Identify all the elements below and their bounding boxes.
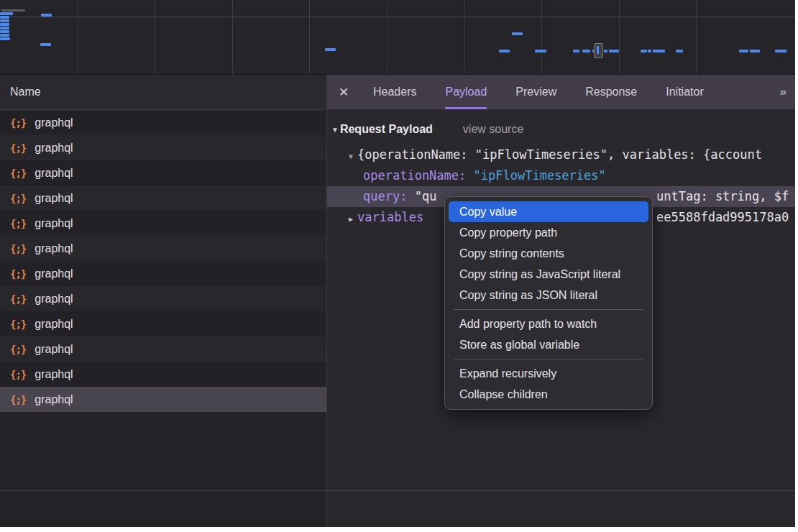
property-key: operationName: <box>363 168 466 183</box>
context-menu-item[interactable]: Add property path to watch <box>449 313 648 334</box>
network-request-row[interactable]: {;} graphql <box>0 236 326 261</box>
request-list-panel: Name {;} graphql {;} graphql {;} graphql… <box>0 74 326 527</box>
context-menu-item[interactable]: Copy string contents <box>449 243 648 264</box>
overview-bar <box>40 43 51 46</box>
details-tabs: HeadersPayloadPreviewResponseInitiator <box>373 75 704 109</box>
network-request-row[interactable]: {;} graphql <box>0 311 326 336</box>
overview-bar <box>604 50 607 52</box>
request-name-label: graphql <box>35 192 73 205</box>
network-request-row[interactable]: {;} graphql <box>0 110 326 135</box>
overview-bar <box>0 37 10 40</box>
overview-bar <box>739 50 748 52</box>
overview-bar <box>535 50 546 52</box>
overview-vertical-gridline <box>387 0 387 74</box>
property-value-right-fragment: ee5588fdad995178a0 <box>656 207 789 228</box>
overview-horizontal-gridline <box>0 17 795 17</box>
context-menu-item[interactable]: Copy value <box>449 201 648 222</box>
network-request-row[interactable]: {;} graphql <box>0 185 326 211</box>
overview-bar <box>0 12 13 15</box>
json-icon: {;} <box>10 117 26 129</box>
context-menu-item[interactable]: Collapse children <box>449 384 648 405</box>
close-icon[interactable]: ✕ <box>327 75 360 109</box>
network-overview[interactable] <box>0 0 795 75</box>
request-payload-header: ▼ Request Payload view source <box>331 119 795 140</box>
overview-bar <box>0 16 9 19</box>
json-icon: {;} <box>10 168 26 179</box>
context-menu-item[interactable]: Copy string as JSON literal <box>449 285 648 306</box>
json-icon: {;} <box>10 142 26 154</box>
json-icon: {;} <box>10 344 26 355</box>
context-menu-item[interactable]: Copy property path <box>449 222 648 243</box>
request-name-label: graphql <box>35 142 73 155</box>
overview-bar <box>0 27 9 29</box>
details-tab[interactable]: Response <box>585 75 637 109</box>
request-name-label: graphql <box>35 242 73 255</box>
disclosure-triangle-icon[interactable]: ▶ <box>349 215 353 223</box>
context-menu-item[interactable] <box>454 309 643 310</box>
context-menu: Copy valueCopy property pathCopy string … <box>444 196 653 410</box>
details-tab[interactable]: Headers <box>373 75 416 109</box>
overview-vertical-gridline <box>619 0 620 74</box>
overview-bar <box>582 50 590 52</box>
overview-bar <box>499 50 510 52</box>
overview-bar <box>676 50 683 52</box>
overview-bar <box>750 50 760 52</box>
overview-bar <box>641 50 647 52</box>
details-tab[interactable]: Initiator <box>666 75 703 109</box>
overview-bar <box>512 32 523 35</box>
overview-vertical-gridline <box>155 0 155 74</box>
context-menu-item[interactable]: Copy string as JavaScript literal <box>449 264 648 285</box>
details-tab-bar: ✕ HeadersPayloadPreviewResponseInitiator… <box>327 74 795 109</box>
overview-vertical-gridline <box>232 0 233 74</box>
overview-bar <box>0 19 9 22</box>
overview-bar <box>0 30 9 33</box>
overview-bar <box>41 14 52 17</box>
network-request-row[interactable]: {;} graphql <box>0 211 326 236</box>
request-name-label: graphql <box>35 393 73 406</box>
request-name-label: graphql <box>35 318 73 331</box>
property-key: variables <box>357 210 423 224</box>
request-name-label: graphql <box>35 267 73 280</box>
network-request-row[interactable]: {;} graphql <box>0 362 326 387</box>
details-tab[interactable]: Preview <box>515 75 556 109</box>
request-name-label: graphql <box>35 167 73 180</box>
overview-vertical-gridline <box>541 0 542 74</box>
network-request-row[interactable]: {;} graphql <box>0 135 326 160</box>
request-name-label: graphql <box>35 293 73 306</box>
json-icon: {;} <box>10 394 26 405</box>
name-column-header[interactable]: Name <box>0 74 326 110</box>
network-request-row[interactable]: {;} graphql <box>0 387 326 412</box>
network-request-row[interactable]: {;} graphql <box>0 261 326 286</box>
section-title: Request Payload <box>340 123 433 136</box>
json-icon: {;} <box>10 193 26 204</box>
overview-vertical-gridline <box>464 0 465 74</box>
summary-bar-divider <box>0 490 795 491</box>
view-source-link[interactable]: view source <box>463 123 523 136</box>
disclosure-triangle-icon[interactable]: ▼ <box>349 152 353 160</box>
overview-bar <box>1 9 25 12</box>
json-icon: {;} <box>10 293 26 305</box>
property-key: query: <box>363 189 407 203</box>
context-menu-item[interactable] <box>454 359 643 359</box>
overview-selected-request-marker <box>594 43 603 58</box>
json-icon: {;} <box>10 218 26 229</box>
property-value-right-fragment: untTag: string, $f <box>656 186 789 207</box>
network-request-row[interactable]: {;} graphql <box>0 336 326 362</box>
operation-name-row[interactable]: operationName: "ipFlowTimeseries" <box>327 165 795 186</box>
disclosure-triangle-icon[interactable]: ▼ <box>331 126 339 134</box>
more-tabs-chevron-icon[interactable]: » <box>780 75 785 109</box>
overview-bar <box>609 50 619 52</box>
property-string-value: "ipFlowTimeseries" <box>474 168 606 183</box>
overview-vertical-gridline <box>309 0 310 74</box>
overview-bar <box>325 48 336 51</box>
context-menu-item[interactable]: Store as global variable <box>449 334 648 355</box>
payload-root-row[interactable]: ▼{operationName: "ipFlowTimeseries", var… <box>327 145 795 165</box>
overview-bar <box>573 50 579 52</box>
details-tab[interactable]: Payload <box>445 75 487 109</box>
devtools-window: Name {;} graphql {;} graphql {;} graphql… <box>0 0 795 527</box>
request-name-label: graphql <box>35 217 73 230</box>
context-menu-item[interactable]: Expand recursively <box>449 363 648 384</box>
overview-bar <box>0 23 9 26</box>
network-request-row[interactable]: {;} graphql <box>0 286 326 311</box>
network-request-row[interactable]: {;} graphql <box>0 160 326 185</box>
